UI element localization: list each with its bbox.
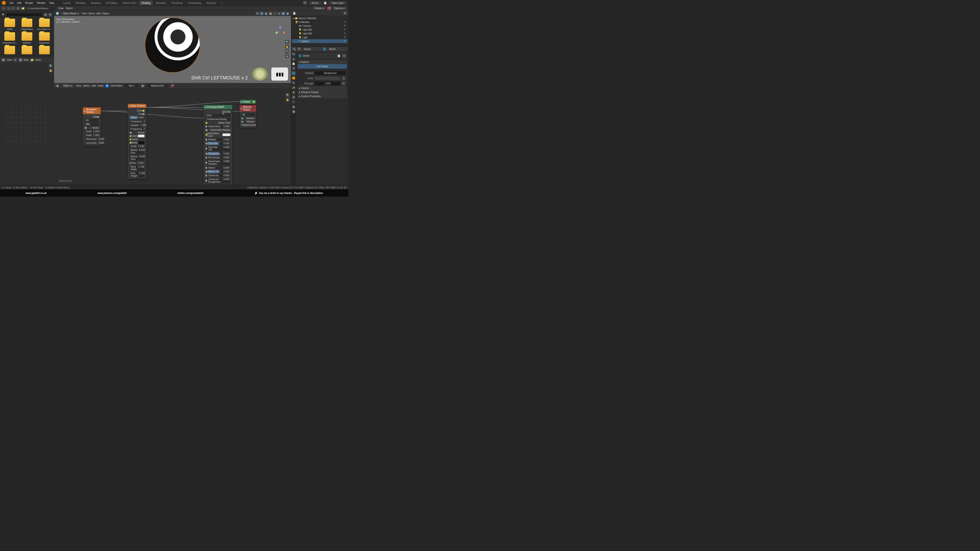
- msize-field[interactable]: Mortar Size0.020: [130, 149, 145, 154]
- socket-volume[interactable]: Volume: [247, 120, 255, 123]
- props-tab-physics[interactable]: ⚡: [291, 90, 296, 94]
- perspective-icon[interactable]: ⊞: [285, 54, 289, 58]
- props-tab-particle[interactable]: ✨: [291, 86, 296, 90]
- back-icon[interactable]: ←: [2, 6, 6, 10]
- header-view[interactable]: View: [58, 7, 64, 10]
- custom-properties-section[interactable]: ▸ Custom Properties: [298, 94, 347, 98]
- type-dropdown[interactable]: fBM: [85, 123, 99, 126]
- principled-row[interactable]: Subsurface0.000: [205, 125, 231, 128]
- ws-tab-texpaint[interactable]: Texture Paint: [120, 1, 138, 5]
- outliner-scene-collection[interactable]: ▾ 📁Scene Collection: [292, 16, 347, 20]
- ws-tab-uv[interactable]: UV Editing: [103, 1, 119, 5]
- world-icon[interactable]: 🌐: [323, 47, 326, 51]
- folder-item[interactable]: Adobe: [2, 19, 18, 30]
- ne-node[interactable]: Node: [98, 84, 103, 87]
- menu-file[interactable]: File: [8, 2, 15, 4]
- viewport-display-section[interactable]: ▸ Viewport Display: [298, 90, 347, 94]
- node-material-output[interactable]: ▸ Material Output All Surface Volume Dis…: [240, 105, 256, 128]
- header-select[interactable]: Select: [66, 7, 73, 10]
- snap-icon[interactable]: 🧲: [327, 6, 331, 10]
- principled-row[interactable]: Specular0.500: [205, 141, 231, 145]
- menu-edit[interactable]: Edit: [15, 2, 23, 4]
- scene-icon[interactable]: 🎬: [297, 47, 301, 51]
- shading-wire-icon[interactable]: ○: [273, 11, 277, 15]
- props-tab-viewlayer[interactable]: 📋: [291, 62, 296, 66]
- material-name-field[interactable]: Material.001: [147, 84, 169, 87]
- pan-icon[interactable]: ✋: [285, 45, 289, 49]
- slot-dropdown[interactable]: Slot 1: [124, 84, 139, 87]
- ws-tab-scripting[interactable]: Scripting: [204, 1, 218, 5]
- ws-tab-layout[interactable]: Layout: [61, 1, 73, 5]
- outliner-item[interactable]: 💡Light.002👁: [292, 32, 347, 35]
- principled-row[interactable]: Sheen0.000: [205, 166, 231, 170]
- orientation-dropdown[interactable]: Global ▾: [313, 6, 326, 10]
- folder-item[interactable]: [2, 46, 18, 54]
- zoom-icon[interactable]: 🔍: [49, 64, 52, 68]
- principled-row[interactable]: Anisotropic Rotation0.000: [205, 159, 231, 166]
- dim-dropdown[interactable]: 3D: [85, 119, 99, 122]
- node-editor[interactable]: ▸ Musgrave Texture Fac 3D fBM Vector Sca…: [54, 88, 291, 185]
- principled-row[interactable]: Sheen Tint0.500: [205, 170, 231, 173]
- volume-section[interactable]: ▸ Volume: [298, 86, 347, 90]
- path-field[interactable]: C:\Users\Win10\Docu...: [26, 7, 56, 10]
- node-header[interactable]: ▸ Musgrave Texture: [83, 107, 101, 114]
- pan-icon[interactable]: ✋: [286, 98, 290, 102]
- rheight-field[interactable]: Row Height0.250: [130, 172, 145, 178]
- ne-view[interactable]: View: [76, 84, 81, 87]
- imged-view[interactable]: View: [7, 59, 12, 61]
- imged-new[interactable]: New: [24, 59, 29, 61]
- scene-icon[interactable]: 🎬: [303, 1, 307, 5]
- lacunarity-field[interactable]: Lacunarity2.000: [85, 141, 99, 144]
- scale-field[interactable]: Scale5.000: [85, 130, 99, 133]
- xray-icon[interactable]: ▣: [269, 11, 272, 15]
- shading-solid-icon[interactable]: ●: [277, 11, 281, 15]
- node-viewer[interactable]: ▸ Viewer: [240, 100, 256, 104]
- ws-tab-add[interactable]: +: [219, 1, 225, 5]
- color-dot-icon[interactable]: •: [342, 76, 345, 80]
- outliner-item[interactable]: 💡Light.001👁: [292, 28, 347, 32]
- offset-field[interactable]: Offset0.500: [130, 116, 145, 119]
- ne-add[interactable]: Add: [92, 84, 96, 87]
- shader-type-dropdown[interactable]: Object ▾: [61, 84, 74, 87]
- display-icon[interactable]: ⊞: [43, 13, 48, 17]
- zoom-icon[interactable]: 🔍: [286, 93, 290, 97]
- principled-row[interactable]: Subsurface Radius: [205, 129, 231, 132]
- bwidth-field[interactable]: Brick Width1.700: [130, 165, 145, 171]
- color-swatch[interactable]: [315, 76, 340, 80]
- node-header[interactable]: ▸ Material Output: [240, 105, 256, 112]
- node-musgrave-texture[interactable]: ▸ Musgrave Texture Fac 3D fBM Vector Sca…: [83, 107, 101, 146]
- target-dropdown[interactable]: All: [242, 113, 255, 116]
- principled-row[interactable]: Specular Tint0.000: [205, 145, 231, 152]
- socket-color2[interactable]: Color2: [131, 138, 138, 141]
- principled-row[interactable]: Anisotropic0.000: [205, 156, 231, 159]
- folder-item[interactable]: Expression: [37, 32, 52, 44]
- material-preview-ball[interactable]: ▮▮▮: [271, 67, 288, 81]
- ws-tab-animation[interactable]: Animation: [153, 1, 169, 5]
- squash-field[interactable]: Squash1.000: [130, 124, 145, 127]
- bias-field[interactable]: Bias0.000: [130, 162, 145, 165]
- props-tab-modifier[interactable]: 🔧: [291, 81, 296, 85]
- shading-rendered-icon[interactable]: ◉: [286, 11, 290, 15]
- viewport-sphere-object[interactable]: [145, 18, 200, 73]
- freq-field[interactable]: Frequency2: [130, 120, 145, 123]
- color2-swatch[interactable]: [138, 138, 145, 141]
- forward-icon[interactable]: →: [7, 6, 11, 10]
- filter-icon[interactable]: ▼: [48, 13, 52, 17]
- vp-view[interactable]: View: [82, 12, 87, 15]
- menu-window[interactable]: Window: [35, 2, 48, 4]
- folder-item[interactable]: Allegorithmic: [19, 19, 35, 30]
- socket-surface[interactable]: Surface: [246, 117, 255, 119]
- socket-displacement[interactable]: Displacement: [242, 124, 256, 126]
- folder-item[interactable]: Assassin's Cr...: [2, 32, 18, 44]
- editor-type-icon[interactable]: 🖼: [2, 58, 5, 62]
- outliner-item[interactable]: 📦Collection👁: [292, 20, 347, 24]
- filter-icon[interactable]: ▼: [343, 11, 347, 15]
- use-nodes-button[interactable]: Use Nodes: [298, 64, 347, 68]
- outliner-item[interactable]: 📷Camera👁: [292, 24, 347, 28]
- node-brick-texture[interactable]: ▸ Brick Texture Color Fac Offset0.500 Fr…: [128, 104, 146, 179]
- imged-browse-icon[interactable]: 🖼: [19, 58, 22, 62]
- socket-color-out[interactable]: Color: [137, 109, 143, 112]
- imged-open[interactable]: Open: [35, 59, 41, 61]
- principled-row[interactable]: Clearcoat Roughness0.030: [205, 178, 231, 184]
- image-preview[interactable]: 🔍 ✋: [0, 62, 54, 185]
